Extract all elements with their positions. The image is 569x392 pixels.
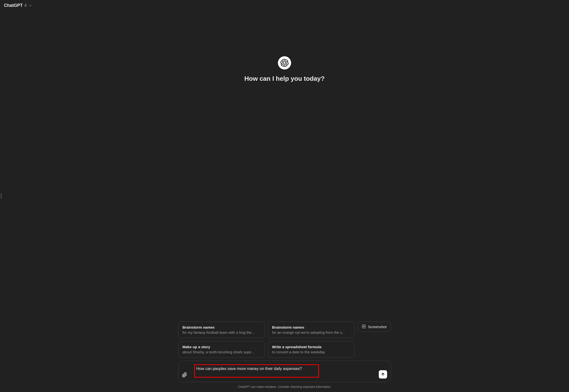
suggestion-card[interactable]: Write a spreadsheet formula to convert a… (268, 341, 355, 358)
openai-logo (278, 56, 291, 70)
screenshot-label: Screenshot (368, 325, 387, 329)
suggestion-card[interactable]: Make up a story about Sharky, a tooth-br… (178, 341, 265, 358)
message-input[interactable]: How can paoples save more maney on their… (194, 364, 376, 378)
suggestion-card[interactable]: Brainstorm names for an orange cat we're… (268, 322, 355, 338)
bottom-section: Brainstorm names for my fantasy football… (178, 322, 391, 392)
suggestion-title: Brainstorm names (182, 325, 261, 329)
attach-button[interactable] (182, 372, 187, 379)
input-highlight-annotation: How can paoples save more maney on their… (194, 364, 319, 378)
svg-point-1 (363, 326, 365, 327)
main-area: How can I help you today? Brainstorm nam… (0, 0, 569, 392)
suggestion-sub: for an orange cat we're adopting from th… (272, 330, 350, 335)
suggestion-title: Make up a story (182, 345, 261, 349)
arrow-up-icon (381, 372, 385, 377)
hero-greeting: How can I help you today? (244, 75, 325, 83)
hero-section: How can I help you today? (244, 56, 325, 83)
message-input-container: How can paoples save more maney on their… (178, 361, 391, 382)
suggestion-sub: about Sharky, a tooth-brushing shark sup… (182, 350, 261, 354)
message-input-text: How can paoples save more maney on their… (196, 366, 302, 371)
suggestions-grid: Brainstorm names for my fantasy football… (178, 322, 355, 358)
svg-rect-0 (362, 325, 366, 328)
send-button[interactable] (379, 370, 387, 378)
suggestion-sub: for my fantasy football team with a frog… (182, 330, 261, 335)
screenshot-icon (362, 324, 366, 329)
suggestion-title: Brainstorm names (272, 325, 350, 329)
footer-disclaimer: ChatGPT can make mistakes. Consider chec… (238, 385, 331, 392)
screenshot-button[interactable]: Screenshot (357, 322, 391, 332)
suggestion-sub: to convert a date to the weekday (272, 350, 350, 354)
suggestion-title: Write a spreadsheet formula (272, 345, 350, 349)
suggestion-card[interactable]: Brainstorm names for my fantasy football… (178, 322, 265, 338)
suggestions-row: Brainstorm names for my fantasy football… (178, 322, 391, 358)
